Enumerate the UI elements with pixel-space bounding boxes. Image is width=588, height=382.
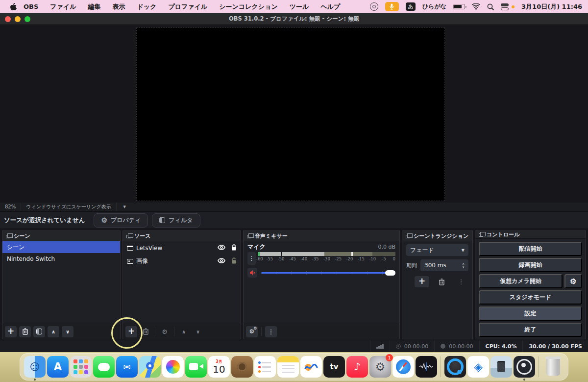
- menu-bar-status: あ ひらがな 3月10日(月) 11:46: [370, 2, 582, 11]
- window-title-bar[interactable]: OBS 31.0.2 - プロファイル: 無題 - シーン: 無題: [0, 13, 588, 25]
- add-transition-button[interactable]: +: [415, 276, 429, 287]
- menu-item-help[interactable]: ヘルプ: [320, 2, 340, 11]
- scenes-panel-header[interactable]: シーン: [2, 231, 120, 241]
- move-source-up-button[interactable]: ∧: [178, 326, 190, 337]
- control-center-icon[interactable]: [501, 3, 509, 10]
- menu-item-obs[interactable]: OBS: [24, 3, 38, 10]
- scene-filters-button[interactable]: [33, 326, 45, 337]
- running-indicator: [523, 379, 525, 381]
- mixer-channel-menu-button[interactable]: ⋮: [247, 252, 256, 265]
- mixer-panel-header[interactable]: 音声ミキサー: [244, 231, 399, 241]
- ime-badge[interactable]: あ: [406, 2, 416, 11]
- menu-item-tools[interactable]: ツール: [290, 2, 309, 11]
- no-source-message: ソースが選択されていません: [0, 216, 90, 225]
- start-recording-button[interactable]: 録画開始: [479, 258, 582, 272]
- move-source-down-button[interactable]: ∨: [192, 326, 204, 337]
- transition-menu-button[interactable]: ⋮: [454, 276, 468, 287]
- apple-tv-icon[interactable]: tv: [323, 356, 345, 378]
- transitions-panel-header[interactable]: シーントランジション: [402, 231, 472, 241]
- finder-icon[interactable]: ☺: [24, 356, 46, 378]
- obs-icon[interactable]: [514, 356, 535, 378]
- remove-scene-button[interactable]: [19, 326, 31, 337]
- scene-list-item[interactable]: シーン: [2, 241, 120, 253]
- mute-button[interactable]: [247, 268, 257, 278]
- zoom-level[interactable]: 82%: [0, 203, 21, 211]
- photos-icon[interactable]: [162, 356, 184, 378]
- quicktime-icon[interactable]: [444, 356, 466, 378]
- obs-statusbar-icon[interactable]: [370, 2, 378, 11]
- remove-transition-button[interactable]: [434, 276, 449, 287]
- controls-panel-header[interactable]: コントロール: [475, 231, 586, 239]
- facetime-icon[interactable]: [185, 356, 207, 378]
- menu-bar-clock[interactable]: 3月10日(月) 11:46: [521, 2, 582, 11]
- preview-canvas[interactable]: [136, 27, 445, 201]
- scenes-panel: シーン シーン Nintendo Switch + ∧ ∨: [2, 230, 121, 339]
- spotlight-search-icon[interactable]: [487, 3, 494, 10]
- ime-mode-label[interactable]: ひらがな: [422, 2, 446, 11]
- volume-slider-handle[interactable]: [385, 270, 395, 276]
- visibility-eye-icon[interactable]: [218, 258, 225, 265]
- screen: OBS ファイル 編集 表示 ドック プロファイル シーンコレクション ツール …: [0, 0, 588, 382]
- maps-icon[interactable]: [139, 356, 161, 378]
- contacts-icon[interactable]: [231, 356, 253, 378]
- start-streaming-button[interactable]: 配信開始: [479, 242, 582, 256]
- menu-item-dock[interactable]: ドック: [137, 2, 157, 11]
- properties-button[interactable]: ⚙ プロパティ: [94, 213, 148, 228]
- menu-item-profile[interactable]: プロファイル: [168, 2, 207, 11]
- sources-panel-header[interactable]: ソース: [123, 231, 241, 241]
- filters-label: フィルタ: [169, 216, 193, 225]
- app-store-icon[interactable]: A: [47, 356, 69, 378]
- system-settings-icon[interactable]: ⚙1: [369, 356, 391, 378]
- mail-icon[interactable]: ✉: [116, 356, 138, 378]
- letsview-icon[interactable]: ◈: [467, 356, 489, 378]
- launchpad-icon[interactable]: [70, 356, 92, 378]
- mixer-menu-button[interactable]: ⋮: [265, 326, 277, 337]
- trash-icon[interactable]: [542, 356, 564, 378]
- menu-item-scene-collection[interactable]: シーンコレクション: [219, 2, 277, 11]
- safari-icon[interactable]: [392, 356, 414, 378]
- menu-item-edit[interactable]: 編集: [88, 2, 101, 11]
- wifi-icon[interactable]: [472, 3, 480, 10]
- advanced-audio-button[interactable]: ⚙: [246, 326, 258, 337]
- jar-photo-window-icon[interactable]: [490, 356, 512, 378]
- preview-scale-row: 82% ウィンドウサイズにスケーリング表示 ▼: [0, 203, 588, 211]
- freeform-icon[interactable]: [300, 356, 322, 378]
- window-capture-icon: [127, 246, 133, 251]
- notes-icon[interactable]: [277, 356, 299, 378]
- battery-icon[interactable]: [453, 4, 465, 9]
- source-list-item[interactable]: LetsView: [123, 241, 241, 255]
- move-scene-up-button[interactable]: ∧: [48, 326, 59, 337]
- settings-button[interactable]: 設定: [479, 306, 582, 321]
- transition-selected-value: フェード: [410, 246, 434, 255]
- menu-item-file[interactable]: ファイル: [50, 2, 76, 11]
- mixer-body: マイク 0.0 dB ⋮ -60 -55: [244, 241, 399, 324]
- move-scene-down-button[interactable]: ∨: [62, 326, 74, 337]
- filters-button[interactable]: フィルタ: [152, 213, 200, 228]
- unlock-icon[interactable]: [231, 257, 237, 265]
- reminders-icon[interactable]: [254, 356, 276, 378]
- duration-input[interactable]: 300 ms ∧∨: [420, 259, 468, 271]
- microphone-active-icon[interactable]: [385, 2, 399, 11]
- apple-logo-icon[interactable]: [10, 3, 17, 11]
- add-scene-button[interactable]: +: [5, 326, 17, 337]
- spinner-arrows-icon[interactable]: ∧∨: [462, 262, 465, 268]
- menu-item-view[interactable]: 表示: [113, 2, 125, 11]
- virtual-camera-settings-button[interactable]: ⚙: [564, 274, 582, 288]
- start-virtual-camera-button[interactable]: 仮想カメラ開始: [479, 274, 563, 288]
- waveform-app-icon[interactable]: [416, 356, 437, 378]
- scaling-dropdown-icon[interactable]: ▼: [117, 205, 133, 209]
- calendar-icon[interactable]: 3月 10: [208, 356, 230, 378]
- visibility-eye-icon[interactable]: [218, 245, 225, 252]
- messages-icon[interactable]: [93, 356, 115, 378]
- scene-list-item[interactable]: Nintendo Switch: [2, 253, 120, 265]
- exit-button[interactable]: 終了: [479, 323, 582, 337]
- source-list-item[interactable]: 画像: [123, 255, 241, 268]
- scaling-mode-label[interactable]: ウィンドウサイズにスケーリング表示: [21, 203, 116, 211]
- volume-slider[interactable]: [261, 270, 395, 276]
- source-properties-button[interactable]: ⚙: [159, 326, 171, 337]
- properties-label: プロパティ: [111, 216, 141, 225]
- music-icon[interactable]: ♪: [346, 356, 368, 378]
- lock-icon[interactable]: [231, 244, 237, 252]
- transition-select[interactable]: フェード ▼: [406, 244, 468, 256]
- studio-mode-button[interactable]: スタジオモード: [479, 290, 582, 305]
